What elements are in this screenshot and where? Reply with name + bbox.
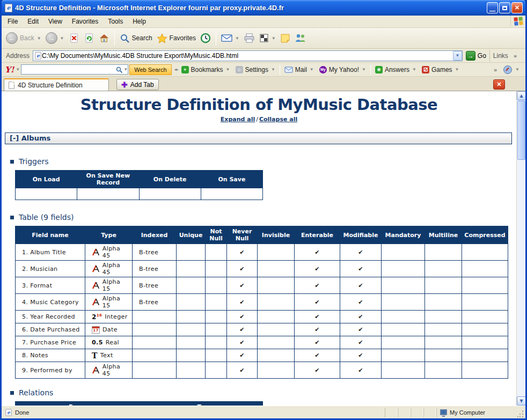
yahoo-logo-dropdown-icon[interactable]: ▼	[16, 67, 20, 72]
yahoo-toolbar: Y! ▼ ▼ Web Search ◂▸ + Bookmarks ▼ ☺ Set…	[2, 63, 525, 77]
menu-tools[interactable]: Tools	[103, 16, 128, 27]
add-tab-button[interactable]: ✚ Add Tab	[116, 79, 159, 90]
tab-page-icon	[9, 82, 14, 89]
menu-file[interactable]: File	[3, 16, 23, 27]
home-button[interactable]	[97, 32, 112, 45]
yahoo-logo[interactable]: Y!	[5, 65, 14, 75]
triggers-heading: Triggers	[10, 157, 516, 166]
search-button[interactable]: Search	[118, 32, 155, 45]
table-row: 5. Year Recorded 216Integer ✔ ✔✔	[16, 311, 508, 323]
title-bar[interactable]: e 4D Structure Definition - Microsoft In…	[2, 0, 525, 16]
table-row: 8. Notes TText ✔ ✔✔	[16, 349, 508, 362]
bookmarks-button[interactable]: + Bookmarks ▼	[179, 66, 233, 73]
menu-edit[interactable]: Edit	[23, 16, 43, 27]
history-button[interactable]	[198, 32, 213, 45]
games-button[interactable]: ⚂ Games ▼	[419, 66, 462, 73]
links-chevron-icon[interactable]: »	[514, 53, 517, 59]
window-title: 4D Structure Definition - Microsoft Inte…	[15, 4, 486, 12]
toolbar-collapse-handle-icon[interactable]: ◂▸	[174, 67, 179, 72]
bookmarks-dropdown-icon[interactable]: ▼	[226, 67, 230, 72]
scroll-down-icon[interactable]: ▼	[517, 396, 525, 406]
bookmarks-plus-icon: +	[181, 66, 189, 73]
address-dropdown-icon[interactable]: ▼	[453, 51, 462, 61]
status-text: Done	[15, 409, 29, 416]
tabbar-close-button[interactable]: ✕	[493, 79, 505, 90]
scroll-up-icon[interactable]: ▲	[517, 91, 525, 100]
main-toolbar: ← Back ▼ → ▼	[2, 28, 525, 49]
adobe-pdf-button[interactable]: ▼	[500, 65, 522, 75]
collapse-all-link[interactable]: Collapse all	[259, 116, 297, 123]
favorites-star-icon	[157, 33, 167, 43]
back-button[interactable]: ← Back ▼	[4, 31, 43, 45]
favorites-label: Favorites	[170, 34, 196, 42]
discuss-button[interactable]	[278, 32, 292, 45]
answers-dropdown-icon[interactable]: ▼	[412, 67, 416, 72]
stop-icon	[69, 33, 79, 43]
maximize-button[interactable]	[499, 2, 510, 13]
edit-icon	[259, 33, 269, 43]
alpha-type-icon	[92, 298, 100, 306]
fields-heading: Table (9 fields)	[10, 213, 516, 222]
answers-button[interactable]: ✳ Answers ▼	[372, 66, 419, 73]
mail-dropdown-icon[interactable]: ▼	[235, 36, 239, 41]
alpha-type-icon	[92, 366, 100, 374]
refresh-button[interactable]	[82, 32, 97, 45]
vertical-scrollbar[interactable]: ▲ ▼	[516, 91, 525, 406]
my-yahoo-button[interactable]: My My Yahoo! ▼	[317, 66, 369, 73]
address-page-icon: e	[35, 52, 41, 60]
table-row: 1. Album Title Alpha 45 B-tree ✔ ✔✔	[16, 244, 508, 261]
address-input[interactable]	[42, 51, 453, 60]
settings-person-icon: ☺	[236, 66, 243, 73]
menu-bar: File Edit View Favorites Tools Help	[2, 16, 525, 28]
print-button[interactable]	[241, 32, 257, 44]
messenger-button[interactable]	[292, 32, 309, 44]
links-label[interactable]: Links	[493, 52, 508, 60]
forward-button[interactable]: → ▼	[43, 31, 67, 45]
albums-section-header[interactable]: [-] Albums	[5, 132, 512, 144]
close-button[interactable]: ✕	[511, 2, 523, 13]
search-label: Search	[132, 34, 152, 42]
answers-icon: ✳	[375, 66, 383, 73]
yahoo-mail-button[interactable]: Mail ▼	[282, 66, 317, 73]
my-yahoo-dropdown-icon[interactable]: ▼	[362, 67, 366, 72]
adobe-pdf-dropdown-icon[interactable]: ▼	[515, 67, 519, 72]
ie-app-icon: e	[5, 4, 12, 12]
go-button[interactable]: → Go	[466, 51, 486, 61]
go-arrow-icon: →	[466, 51, 475, 61]
favorites-button[interactable]: Favorites	[155, 32, 198, 45]
yahoo-search-input[interactable]	[21, 65, 115, 73]
edit-dropdown-icon[interactable]: ▼	[272, 36, 276, 41]
web-search-button[interactable]: Web Search	[129, 64, 171, 75]
yahoo-overflow-chevron-icon[interactable]: »	[494, 67, 497, 73]
yahoo-mail-dropdown-icon[interactable]: ▼	[310, 67, 314, 72]
yahoo-search-box[interactable]: ▼	[21, 64, 128, 75]
stop-button[interactable]	[67, 32, 82, 45]
mail-button[interactable]: ▼	[219, 33, 241, 43]
my-yahoo-icon: My	[319, 66, 327, 73]
menu-favorites[interactable]: Favorites	[67, 16, 103, 27]
settings-button[interactable]: ☺ Settings ▼	[233, 66, 278, 73]
relations-table: From To [Albums]Musician [Musicians]Musi…	[15, 401, 263, 406]
settings-dropdown-icon[interactable]: ▼	[271, 67, 275, 72]
tab-4d-structure-definition[interactable]: 4D Structure Definition	[4, 78, 109, 91]
forward-icon: →	[46, 32, 57, 44]
back-dropdown-icon[interactable]: ▼	[37, 36, 41, 41]
menu-view[interactable]: View	[43, 16, 67, 27]
square-bullet-icon	[10, 216, 14, 219]
status-ie-icon: e	[5, 409, 11, 416]
resize-grip[interactable]	[517, 409, 524, 418]
expand-all-link[interactable]: Expand all	[221, 116, 255, 123]
forward-dropdown-icon[interactable]: ▼	[60, 36, 64, 41]
minimize-button[interactable]: —	[487, 2, 498, 13]
square-bullet-icon	[10, 160, 14, 164]
back-label: Back	[20, 34, 34, 42]
integer-type-icon: 216	[92, 313, 102, 321]
address-field[interactable]: e ▼	[33, 50, 463, 61]
menu-help[interactable]: Help	[128, 16, 151, 27]
games-dropdown-icon[interactable]: ▼	[455, 67, 459, 72]
windows-flag-icon	[510, 16, 525, 27]
edit-button[interactable]: ▼	[257, 32, 278, 44]
games-dice-icon: ⚂	[422, 66, 429, 73]
yahoo-search-dropdown-icon[interactable]: ▼	[123, 67, 128, 72]
scrollbar-thumb[interactable]	[517, 101, 525, 160]
